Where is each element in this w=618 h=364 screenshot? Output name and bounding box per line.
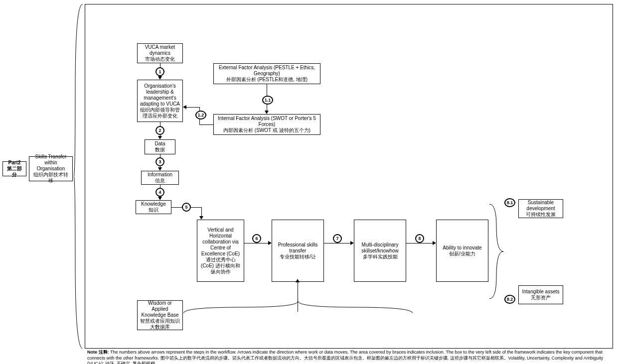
part-en: Part2	[5, 160, 24, 166]
transfer-en: Skills Transfer within Organisation	[31, 154, 70, 172]
leadership-en: Organisation's leadership & management's…	[140, 83, 180, 107]
innovate-en: Ability to innovate	[439, 245, 486, 251]
external-box: External Factor Analysis (PESTLE + Ethic…	[213, 63, 320, 84]
transfer-label: Skills Transfer within Organisation 组织内部…	[29, 156, 73, 181]
knowledge-cn: 知识	[138, 207, 169, 213]
note-prefix: Note 注释:	[87, 350, 109, 355]
note-text: Note 注释: The numbers above arrows repres…	[87, 350, 611, 364]
brace-right-icon	[489, 202, 503, 301]
step-8-2: 8.2	[504, 295, 515, 304]
arrow-8-head	[433, 241, 436, 245]
external-en: External Factor Analysis (PESTLE + Ethic…	[216, 65, 318, 77]
info-cn: 信息	[144, 178, 176, 184]
collab-en: Vertical and Horizontal collaboration vi…	[199, 227, 242, 257]
collab-cn: 通过优秀中心 (CoE) 进行横向和纵向协作	[199, 257, 242, 275]
arrow-7	[324, 243, 351, 243]
sustain-cn: 可持续性发展	[521, 212, 561, 218]
arrow-1-2h2	[186, 107, 199, 108]
arrow-7-head	[350, 241, 354, 245]
step-3: 3	[155, 157, 164, 166]
brace-left-icon	[74, 4, 84, 349]
internal-en: Internal Factor Analysis (SWOT or Porter…	[216, 116, 318, 127]
leadership-cn: 组织内部领导和管理适应外部变化	[140, 107, 180, 119]
arrow-8	[406, 243, 434, 243]
arrow-3-head	[158, 167, 162, 171]
external-cn: 外部因素分析 (PESTLE和道德, 地理)	[216, 77, 318, 83]
internal-box: Internal Factor Analysis (SWOT or Porter…	[213, 114, 320, 135]
step-8-1: 8.1	[504, 198, 515, 207]
vuca-box: VUCA market dynamics 市场动态变化	[137, 43, 183, 63]
arrow-1-head	[158, 76, 162, 80]
wisdom-cn: 智慧或者应用知识大数据库	[140, 318, 180, 330]
knowledge-box: Knowledge 知识	[136, 200, 171, 214]
arrow-1-2-head	[183, 105, 186, 109]
step-1: 1	[155, 67, 164, 76]
step-7: 7	[333, 234, 342, 243]
intang-en: Intangible assets	[521, 289, 561, 295]
wisdom-en: Wisdom or Applied Knowledge Base	[140, 300, 180, 318]
skills-cn: 专业技能转移/让	[274, 254, 321, 260]
info-box: Information 信息	[141, 171, 179, 185]
arrow-4-head	[158, 197, 162, 200]
note-cn: 图中箭头上的数字代表流程的步骤。箭头代表工作或者数据流动的方向。大括号所覆盖的区…	[87, 356, 603, 364]
arrow-2-head	[158, 136, 162, 139]
part-label: Part2 第二部分	[2, 161, 26, 176]
step-2: 2	[155, 126, 164, 135]
step-5: 5	[182, 203, 191, 212]
sustain-en: Sustainable development	[521, 200, 561, 212]
innovate-box: Ability to innovate 创新/业能力	[436, 220, 488, 282]
data-box: Data 数据	[145, 139, 175, 154]
info-en: Information	[144, 172, 176, 178]
step-1-2: 1.2	[195, 111, 206, 120]
arrow-5-head	[199, 216, 203, 220]
arrow-1-1-head	[265, 111, 269, 114]
arrow-1-2h	[199, 124, 213, 125]
wisdom-box: Wisdom or Applied Knowledge Base 智慧或者应用知…	[137, 300, 183, 330]
internal-cn: 内部因素分析 (SWOT 或 波特的五个力)	[216, 127, 318, 133]
multi-en: Multi-disciplinary skillset/knowhow	[356, 242, 404, 254]
innovate-cn: 创新/业能力	[439, 251, 486, 257]
multi-cn: 多学科实践技能	[356, 254, 404, 260]
knowledge-en: Knowledge	[138, 201, 169, 207]
leadership-box: Organisation's leadership & management's…	[137, 80, 183, 122]
arrow-6-head	[268, 241, 272, 245]
intang-box: Intangible assets 无形资产	[518, 285, 563, 304]
step-6: 6	[252, 234, 261, 243]
data-en: Data	[147, 141, 173, 147]
step-4: 4	[155, 188, 164, 197]
step-8: 8	[415, 234, 424, 243]
transfer-cn: 组织内部技术转移	[31, 172, 70, 184]
collab-box: Vertical and Horizontal collaboration vi…	[197, 220, 244, 282]
vuca-en: VUCA market dynamics	[140, 44, 180, 56]
vuca-cn: 市场动态变化	[140, 56, 180, 62]
arrow-wisdom-up-head	[296, 279, 300, 282]
intang-cn: 无形资产	[521, 295, 561, 301]
skills-box: Professional skills transfer 专业技能转移/让	[272, 220, 324, 282]
skills-en: Professional skills transfer	[274, 242, 321, 254]
arrow-6	[244, 243, 269, 243]
sustain-box: Sustainable development 可持续性发展	[518, 199, 563, 218]
step-1-1: 1.1	[262, 96, 273, 105]
arrow-5v	[201, 207, 202, 217]
data-cn: 数据	[147, 147, 173, 153]
brace-wisdom-icon	[183, 301, 413, 315]
multi-box: Multi-disciplinary skillset/knowhow 多学科实…	[354, 220, 406, 282]
part-cn: 第二部分	[5, 166, 24, 178]
